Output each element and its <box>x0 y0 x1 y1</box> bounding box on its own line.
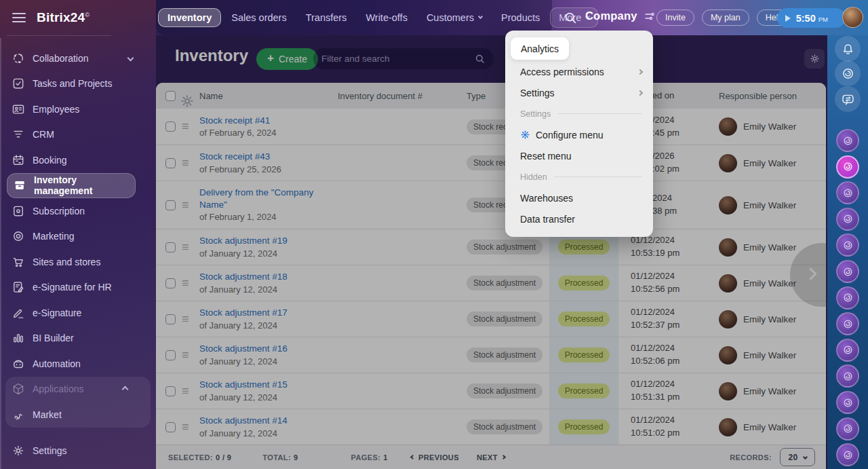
row-checkbox[interactable] <box>165 386 176 396</box>
responsible-cell[interactable]: Emily Walker <box>715 418 826 436</box>
document-link[interactable]: Stock adjustment #15 <box>199 379 288 391</box>
copilot-chat-item[interactable] <box>836 443 859 466</box>
menu-item-analytics[interactable]: Analytics <box>511 37 569 60</box>
select-all-checkbox[interactable] <box>165 91 176 101</box>
drag-handle-icon[interactable]: ≡ <box>182 312 189 326</box>
sidebar-item-crm[interactable]: CRM <box>0 122 156 148</box>
menu-item-warehouses[interactable]: Warehouses <box>505 187 653 208</box>
sidebar-item-marketing[interactable]: Marketing <box>0 224 156 250</box>
row-checkbox[interactable] <box>165 158 176 168</box>
column-header-document[interactable]: Inventory document # <box>338 91 467 101</box>
create-button[interactable]: + Create <box>256 48 318 70</box>
menu-item-access-permissions[interactable]: Access permissions <box>505 61 653 82</box>
sidebar-item-bi-builder[interactable]: BI Builder <box>0 326 156 352</box>
document-link[interactable]: Stock adjustment #19 <box>199 235 288 247</box>
sidebar-item-e-signature-for-hr[interactable]: e-Signature for HR <box>0 275 156 301</box>
column-header-name[interactable]: Name <box>199 91 338 101</box>
table-row[interactable]: ≡Stock adjustment #19of January 12, 2024… <box>156 229 826 265</box>
document-link[interactable]: Delivery from the "Company Name" <box>199 187 321 211</box>
notifications-button[interactable] <box>835 36 861 62</box>
row-checkbox[interactable] <box>165 314 176 324</box>
nav-tab-write-offs[interactable]: Write-offs <box>357 8 416 27</box>
copilot-chat-item[interactable] <box>836 233 859 257</box>
responsible-cell[interactable]: Emily Walker <box>715 154 826 172</box>
sidebar-item-subscription[interactable]: Subscription <box>0 198 156 224</box>
nav-tab-inventory[interactable]: Inventory <box>158 8 221 27</box>
sidebar-item-collaboration[interactable]: Collaboration <box>0 45 156 71</box>
filter-search-box[interactable] <box>313 48 494 69</box>
sidebar-item-sites-and-stores[interactable]: Sites and stores <box>0 249 156 275</box>
menu-item-data-transfer[interactable]: Data transfer <box>505 208 653 229</box>
row-checkbox[interactable] <box>165 350 176 360</box>
sidebar-item-booking[interactable]: Booking <box>0 147 156 173</box>
responsible-cell[interactable]: Emily Walker <box>715 196 826 214</box>
copilot-chat-item[interactable] <box>836 208 859 231</box>
sidebar-scrollbar[interactable] <box>0 38 1 469</box>
search-icon[interactable] <box>563 10 578 25</box>
work-time-button[interactable]: 5:50 PM <box>777 8 846 28</box>
drag-handle-icon[interactable]: ≡ <box>182 156 189 170</box>
table-row[interactable]: ≡Stock receipt #43of February 25, 2026St… <box>156 145 826 181</box>
drag-handle-icon[interactable]: ≡ <box>182 240 189 254</box>
drag-handle-icon[interactable]: ≡ <box>182 420 189 434</box>
copilot-chat-item[interactable] <box>836 155 859 179</box>
table-row[interactable]: ≡Stock adjustment #15of January 12, 2024… <box>156 373 826 409</box>
menu-item-reset-menu[interactable]: Reset menu <box>505 145 653 166</box>
copilot-chat-item[interactable] <box>836 260 859 283</box>
responsible-cell[interactable]: Emily Walker <box>715 310 826 329</box>
nav-tab-sales-orders[interactable]: Sales orders <box>222 8 295 27</box>
row-checkbox[interactable] <box>165 242 176 252</box>
records-select[interactable]: 20 <box>780 448 815 466</box>
copilot-chat-item[interactable] <box>836 312 859 335</box>
table-row[interactable]: ≡Delivery from the "Company Name"of Febr… <box>156 181 826 229</box>
table-row[interactable]: ≡Stock receipt #41of February 6, 2024Sto… <box>156 109 826 145</box>
document-link[interactable]: Stock adjustment #14 <box>199 415 288 427</box>
drag-handle-icon[interactable]: ≡ <box>182 119 189 133</box>
sidebar-item-automation[interactable]: Automation <box>0 351 156 377</box>
responsible-cell[interactable]: Emily Walker <box>715 382 826 400</box>
hamburger-menu-icon[interactable] <box>12 13 26 22</box>
sidebar-item-market[interactable]: Market <box>5 402 151 428</box>
column-header-responsible[interactable]: Responsible person <box>715 91 826 101</box>
document-link[interactable]: Stock receipt #43 <box>199 151 270 163</box>
invite-button[interactable]: Invite <box>656 10 694 26</box>
sidebar-item-tasks-and-projects[interactable]: Tasks and Projects <box>0 71 156 97</box>
copilot-chat-item[interactable] <box>836 417 859 440</box>
brand-logo[interactable]: Bitrix24© <box>37 10 90 25</box>
next-page-button[interactable]: NEXT <box>477 453 505 462</box>
table-row[interactable]: ≡Stock adjustment #17of January 12, 2024… <box>156 301 826 337</box>
messenger-button[interactable] <box>835 86 861 112</box>
nav-tab-transfers[interactable]: Transfers <box>297 8 356 27</box>
document-link[interactable]: Stock adjustment #18 <box>199 271 288 283</box>
document-link[interactable]: Stock receipt #41 <box>199 115 270 127</box>
table-row[interactable]: ≡Stock adjustment #16of January 12, 2024… <box>156 337 826 373</box>
sidebar-item-employees[interactable]: Employees <box>0 96 156 122</box>
sidebar-item-settings[interactable]: Settings <box>0 438 156 464</box>
my-plan-button[interactable]: My plan <box>702 10 749 26</box>
row-checkbox[interactable] <box>165 200 176 210</box>
drag-handle-icon[interactable]: ≡ <box>182 276 189 290</box>
table-row[interactable]: ≡Stock adjustment #18of January 12, 2024… <box>156 265 826 301</box>
sidebar-item-e-signature[interactable]: e-Signature <box>0 300 156 326</box>
company-switcher[interactable]: Company <box>585 10 656 22</box>
copilot-chat-item[interactable] <box>836 286 859 309</box>
table-row[interactable]: ≡Stock adjustment #14of January 12, 2024… <box>156 409 826 445</box>
copilot-chat-item[interactable] <box>836 391 859 414</box>
copilot-button[interactable] <box>835 60 861 86</box>
row-checkbox[interactable] <box>165 121 176 132</box>
copilot-chat-item[interactable] <box>836 181 859 204</box>
menu-item-settings[interactable]: Settings <box>505 82 653 103</box>
previous-page-button[interactable]: PREVIOUS <box>411 453 459 462</box>
grid-settings-button[interactable] <box>804 49 825 69</box>
row-checkbox[interactable] <box>165 422 176 432</box>
user-avatar[interactable] <box>842 7 863 28</box>
drag-handle-icon[interactable]: ≡ <box>182 198 189 212</box>
row-checkbox[interactable] <box>165 278 176 288</box>
filter-search-input[interactable] <box>321 54 474 64</box>
nav-tab-customers[interactable]: Customers <box>418 8 491 27</box>
drag-handle-icon[interactable]: ≡ <box>182 348 189 362</box>
menu-item-configure-menu[interactable]: Configure menu <box>505 124 653 145</box>
sidebar-item-inventory-management[interactable]: Inventory management <box>7 173 136 199</box>
responsible-cell[interactable]: Emily Walker <box>715 346 826 364</box>
responsible-cell[interactable]: Emily Walker <box>715 117 826 136</box>
